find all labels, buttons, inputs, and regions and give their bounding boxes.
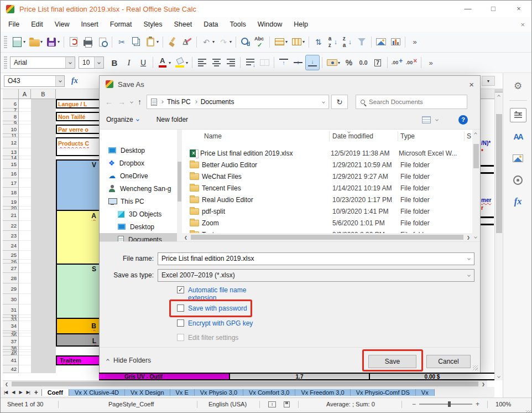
merge-cells-icon[interactable] (258, 55, 271, 70)
cell-a30[interactable] (19, 294, 31, 304)
cell-a25[interactable] (19, 251, 31, 260)
insert-row-icon[interactable] (273, 35, 286, 49)
cell-a42[interactable] (19, 365, 31, 373)
name-box[interactable]: O43 (4, 75, 65, 87)
menu-edit[interactable]: Edit (31, 20, 43, 28)
cell-c19[interactable] (56, 197, 99, 206)
sidebar-gallery-icon[interactable] (510, 151, 526, 166)
row-header-6[interactable]: 6 (3, 99, 19, 109)
cell-c23[interactable] (56, 231, 99, 241)
open-icon[interactable] (28, 35, 41, 49)
cell-c10[interactable]: Par verre o (56, 125, 99, 134)
row-header-34[interactable]: 34 (3, 321, 19, 331)
places-item-3d-objects[interactable]: 3D Objects (100, 208, 177, 220)
cancel-button[interactable]: Cancel (426, 355, 471, 368)
cell-b37[interactable] (31, 337, 56, 347)
cell-b22[interactable] (31, 221, 56, 231)
breadcrumb[interactable]: This PC Documents (147, 95, 329, 109)
cell-a19[interactable] (19, 197, 31, 206)
export-pdf-icon[interactable] (67, 35, 80, 49)
places-item-dropbox[interactable]: ❖Dropbox (100, 157, 177, 169)
cell-a12[interactable] (19, 137, 31, 148)
redo-icon[interactable]: ↷ (217, 35, 230, 49)
cell-b15[interactable] (31, 159, 56, 169)
scroll-thumb[interactable] (191, 235, 463, 240)
cell-c17[interactable] (56, 178, 99, 188)
bold-icon[interactable]: B (108, 55, 121, 70)
row-header-21[interactable]: 21 (3, 210, 19, 221)
zoom-in-icon[interactable]: + (472, 400, 483, 408)
cell-a27[interactable] (19, 264, 31, 273)
row-header-22[interactable]: 22 (3, 221, 19, 231)
scroll-down-icon[interactable] (495, 373, 503, 380)
insert-chart-icon[interactable] (389, 35, 402, 49)
menu-data[interactable]: Data (204, 20, 218, 28)
checkbox-save-with-password[interactable]: Save with password (177, 304, 247, 312)
cell-b30[interactable] (31, 294, 56, 304)
cell-a18[interactable] (19, 188, 31, 197)
column-header-date-modified[interactable]: Date modified (332, 132, 400, 140)
next-sheet-icon[interactable]: ▶ (19, 390, 22, 395)
new-folder-button[interactable]: New folder (157, 116, 188, 123)
search-input[interactable] (369, 99, 462, 105)
file-name-input[interactable] (158, 252, 474, 265)
row-header-25[interactable]: 25 (3, 251, 19, 260)
cell-b25[interactable] (31, 251, 56, 260)
value-cell[interactable]: 0.00 $ (370, 374, 494, 379)
cell-a10[interactable] (19, 125, 31, 134)
row-header-30[interactable]: 30 (3, 294, 19, 304)
clone-formatting-icon[interactable] (166, 35, 179, 49)
cell-c6[interactable]: Langue / L (56, 99, 99, 109)
cell-c26[interactable] (56, 260, 99, 264)
cut-icon[interactable]: ✂ (115, 35, 128, 49)
cell-a17[interactable] (19, 178, 31, 188)
cell-a22[interactable] (19, 221, 31, 231)
scroll-left-icon[interactable]: ❮ (182, 234, 190, 240)
cell-a13[interactable] (19, 148, 31, 156)
file-row-wechat-files[interactable]: WeChat Files1/29/2021 9:27 AMFile folder (182, 171, 472, 182)
zoom-thumb[interactable] (448, 401, 451, 407)
font-name-dropdown-icon[interactable] (65, 57, 75, 68)
underline-icon[interactable]: U (137, 55, 150, 70)
column-header-b[interactable]: B (31, 89, 56, 99)
cell-c29[interactable] (56, 283, 99, 294)
last-sheet-icon[interactable]: ▶| (27, 390, 30, 395)
scroll-down-icon[interactable] (474, 235, 477, 239)
name-box-dropdown-icon[interactable] (55, 76, 64, 86)
file-row-zoom[interactable]: Zoom5/6/2020 1:01 PMFile folder (182, 217, 472, 229)
file-list-vertical-scrollbar[interactable] (472, 130, 480, 241)
scroll-right-icon[interactable]: ❯ (479, 381, 487, 387)
help-icon[interactable]: ? (458, 115, 468, 125)
cell-a29[interactable] (19, 283, 31, 294)
sheet-tab-vx-x-clusive-4d[interactable]: Vx X Clusive-4D (69, 389, 125, 396)
row-header-27[interactable]: 27 (3, 264, 19, 273)
breadcrumb-dropdown-icon[interactable] (322, 100, 325, 104)
scroll-left-icon[interactable]: ❮ (3, 381, 11, 387)
cell-c25[interactable] (56, 251, 99, 260)
column-header-name[interactable]: Name (182, 132, 332, 140)
cell-b19[interactable] (31, 197, 56, 206)
row-header-23[interactable]: 23 (3, 231, 19, 241)
cell-b17[interactable] (31, 178, 56, 188)
cell-b21[interactable] (31, 210, 56, 221)
cell-a15[interactable] (19, 159, 31, 169)
menu-styles[interactable]: Styles (143, 20, 162, 28)
refresh-icon[interactable] (331, 95, 348, 109)
menu-file[interactable]: File (8, 20, 19, 28)
horizontal-scroll-thumb[interactable] (12, 381, 478, 386)
cell-c30[interactable] (56, 294, 99, 304)
cell-a37[interactable] (19, 337, 31, 347)
center-vertically-icon[interactable] (291, 55, 305, 70)
menu-insert[interactable]: Insert (81, 20, 98, 28)
sheet-tab-vx-freedom-3-0[interactable]: Vx Freedom 3,0 (295, 389, 350, 396)
cell-c15[interactable]: V (56, 159, 99, 169)
cell-b41[interactable] (31, 355, 56, 365)
scroll-right-icon[interactable]: ❯ (465, 234, 472, 240)
percent-format-icon[interactable]: % (342, 55, 356, 70)
file-row-real-audio-editor[interactable]: Real Audio Editor10/23/2020 1:17 PMFile … (182, 194, 472, 205)
column-header-type[interactable]: Type (400, 132, 467, 140)
cell-b8[interactable] (31, 112, 56, 121)
sheet-tab-vx-physio-comf-ds[interactable]: Vx Physio-Comf DS (351, 389, 416, 396)
italic-icon[interactable]: I (122, 55, 135, 70)
zoom-level[interactable]: 100% (496, 401, 518, 407)
